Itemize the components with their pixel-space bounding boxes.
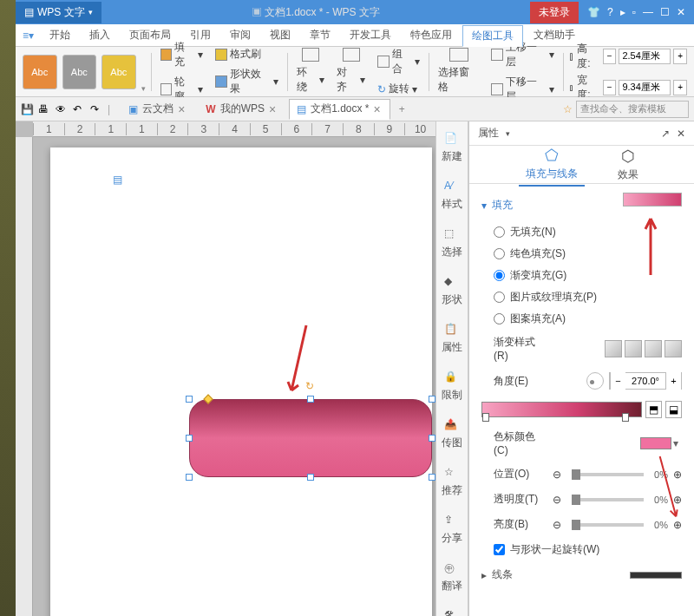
resize-handle[interactable] xyxy=(429,396,435,403)
side-shape[interactable]: ◆形状 xyxy=(442,272,462,311)
tab-close-icon[interactable]: × xyxy=(374,102,381,116)
tab-close-icon[interactable]: × xyxy=(178,102,185,116)
width-input[interactable] xyxy=(619,80,671,95)
resize-handle[interactable] xyxy=(186,396,193,403)
gradient-style-options[interactable] xyxy=(605,340,682,357)
wrap-button[interactable]: 环绕▾ xyxy=(293,63,328,96)
menu-insert[interactable]: 插入 xyxy=(81,25,119,45)
width-decr[interactable]: − xyxy=(603,80,617,95)
menu-view[interactable]: 视图 xyxy=(261,25,299,45)
height-incr[interactable]: + xyxy=(673,49,687,64)
side-limit[interactable]: 🔒限制 xyxy=(442,367,462,406)
tab-effect[interactable]: ⬡ 效果 xyxy=(611,143,645,186)
print-icon[interactable]: 🖶 xyxy=(38,103,50,115)
panel-popout-icon[interactable]: ↗ xyxy=(661,128,670,140)
stop-color-picker[interactable]: ▾ xyxy=(640,437,682,449)
tab-mywps[interactable]: W 我的WPS × xyxy=(198,99,285,120)
gradient-stop[interactable] xyxy=(622,413,629,422)
menu-start[interactable]: 开始 xyxy=(41,25,79,45)
select-pane-button[interactable]: 选择窗格 xyxy=(435,63,482,96)
align-button[interactable]: 对齐▾ xyxy=(333,63,368,96)
resize-handle[interactable] xyxy=(429,474,435,481)
trans-decr[interactable]: ⊖ xyxy=(553,494,561,506)
canvas[interactable]: 12112345678910 ▤ ↻ xyxy=(16,121,435,616)
height-input[interactable] xyxy=(619,49,671,64)
angle-dial[interactable] xyxy=(586,372,604,390)
shape-fx-button[interactable]: 形状效果 ▾ xyxy=(212,65,282,98)
resize-handle[interactable] xyxy=(186,474,193,481)
fill-picture-radio[interactable]: 图片或纹理填充(P) xyxy=(481,286,682,308)
undo-icon[interactable]: ↶ xyxy=(73,103,85,115)
resize-handle[interactable] xyxy=(307,474,314,481)
resize-handle[interactable] xyxy=(307,396,314,403)
side-style[interactable]: A⁄样式 xyxy=(442,176,462,215)
login-button[interactable]: 未登录 xyxy=(530,2,579,23)
close-icon[interactable]: ✕ xyxy=(677,6,685,18)
pin-icon[interactable]: ▫ xyxy=(632,6,636,18)
skin-icon[interactable]: 👕 xyxy=(587,6,600,18)
side-select[interactable]: ⬚选择 xyxy=(442,224,462,263)
width-incr[interactable]: + xyxy=(673,80,687,95)
maximize-icon[interactable]: ☐ xyxy=(660,6,670,18)
side-new[interactable]: 📄新建 xyxy=(442,128,462,167)
tab-fill-line[interactable]: ⬠ 填充与线条 xyxy=(519,142,585,187)
height-decr[interactable]: − xyxy=(603,49,617,64)
angle-incr[interactable]: + xyxy=(665,372,681,390)
menu-devtools[interactable]: 开发工具 xyxy=(341,25,400,45)
side-tools[interactable]: 🛠工具 xyxy=(442,606,462,616)
side-recommend[interactable]: ☆推荐 xyxy=(442,462,462,501)
angle-decr[interactable]: − xyxy=(610,372,625,390)
side-upload[interactable]: 📤传图 xyxy=(442,415,462,454)
menu-dropdown-icon[interactable]: ≡▾ xyxy=(23,29,39,42)
line-section-header[interactable]: ▸ 线条 xyxy=(481,567,682,582)
transparency-slider[interactable] xyxy=(572,498,644,501)
gradient-bar[interactable] xyxy=(481,402,642,417)
grad-style-1[interactable] xyxy=(605,340,622,357)
help-icon[interactable]: ? xyxy=(607,6,613,18)
search-input[interactable]: 查找命令、搜索模板 xyxy=(576,101,689,118)
pos-incr[interactable]: ⊕ xyxy=(673,469,682,481)
rotate-button[interactable]: ↻旋转 ▾ xyxy=(374,80,423,98)
angle-input[interactable] xyxy=(625,376,665,386)
feedback-icon[interactable]: ▸ xyxy=(620,6,625,18)
fill-pattern-radio[interactable]: 图案填充(A) xyxy=(481,308,682,330)
side-translate[interactable]: ㊥翻译 xyxy=(442,558,462,597)
rounded-rect-shape[interactable] xyxy=(189,399,432,477)
group-button[interactable]: 组合 ▾ xyxy=(374,45,423,78)
resize-handle[interactable] xyxy=(186,435,193,442)
resize-handle[interactable] xyxy=(429,435,435,442)
preview-icon[interactable]: 👁 xyxy=(56,103,68,115)
grad-style-3[interactable] xyxy=(645,340,662,357)
selected-shape[interactable]: ↻ xyxy=(189,399,432,477)
panel-close-icon[interactable]: ✕ xyxy=(677,128,685,140)
style-swatch-3[interactable]: Abc xyxy=(101,55,136,89)
save-icon[interactable]: 💾 xyxy=(21,103,33,115)
style-swatch-1[interactable]: Abc xyxy=(23,55,57,89)
menu-special[interactable]: 特色应用 xyxy=(402,25,461,45)
menu-chapter[interactable]: 章节 xyxy=(301,25,339,45)
fill-none-radio[interactable]: 无填充(N) xyxy=(481,221,682,243)
favorite-icon[interactable]: ☆ xyxy=(563,103,573,115)
fill-gradient-radio[interactable]: 渐变填充(G) xyxy=(481,265,682,286)
brightness-slider[interactable] xyxy=(572,523,644,527)
fill-solid-radio[interactable]: 纯色填充(S) xyxy=(481,243,682,265)
menu-drawtools[interactable]: 绘图工具 xyxy=(462,25,523,47)
trans-incr[interactable]: ⊕ xyxy=(673,494,682,506)
add-tab-button[interactable]: + xyxy=(394,103,410,115)
bright-decr[interactable]: ⊖ xyxy=(553,519,561,531)
add-stop-icon[interactable]: ⬒ xyxy=(645,401,662,418)
grad-style-4[interactable] xyxy=(665,340,682,357)
rotation-handle[interactable]: ↻ xyxy=(305,380,316,390)
position-slider[interactable] xyxy=(572,473,644,476)
format-painter-button[interactable]: 格式刷 xyxy=(212,45,282,63)
menu-review[interactable]: 审阅 xyxy=(221,25,259,45)
tab-document[interactable]: ▤ 文档1.docx * × xyxy=(289,99,390,120)
gradient-stop[interactable] xyxy=(482,413,489,422)
grad-style-2[interactable] xyxy=(625,340,642,357)
side-property[interactable]: 📋属性 xyxy=(442,319,462,358)
rotate-with-shape-checkbox[interactable]: 与形状一起旋转(W) xyxy=(481,537,682,562)
pos-decr[interactable]: ⊖ xyxy=(553,469,561,481)
fill-button[interactable]: 填充 ▾ xyxy=(157,38,206,71)
style-swatch-2[interactable]: Abc xyxy=(62,55,97,89)
bright-incr[interactable]: ⊕ xyxy=(673,519,682,531)
